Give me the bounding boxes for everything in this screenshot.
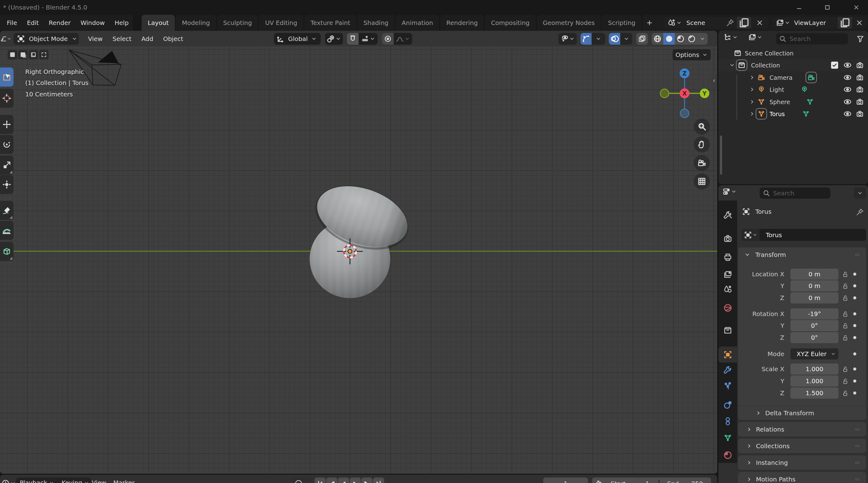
snap-settings[interactable] <box>359 33 378 45</box>
viewlayer-name[interactable]: ViewLayer <box>794 19 826 27</box>
transform-panel-header[interactable]: Transform <box>738 247 866 262</box>
menu-item[interactable]: Edit <box>22 19 44 27</box>
shading-settings[interactable] <box>697 33 708 45</box>
row-name[interactable]: Scene Collection <box>745 47 794 59</box>
animate-dot[interactable] <box>853 392 856 395</box>
menu-item[interactable]: Add <box>136 35 158 42</box>
menu-item[interactable]: Select <box>107 35 136 42</box>
outliner-row[interactable]: Sphere <box>718 96 868 108</box>
select-mode-new[interactable] <box>8 50 17 59</box>
lock-icon[interactable] <box>841 294 849 302</box>
auto-key-button[interactable] <box>292 478 312 483</box>
hide-eye-icon[interactable] <box>843 61 852 69</box>
gizmo-y-neg-axis[interactable] <box>660 89 669 98</box>
select-mode-extend[interactable] <box>18 50 28 59</box>
render-visibility-icon[interactable] <box>856 85 864 94</box>
timeline-editor-type[interactable] <box>1 479 16 483</box>
shading-wireframe[interactable] <box>652 33 663 45</box>
hide-eye-icon[interactable] <box>843 73 852 82</box>
proportional-falloff[interactable] <box>394 33 412 45</box>
snap-toggle[interactable] <box>347 33 359 45</box>
outliner-display-mode[interactable] <box>723 33 738 41</box>
workspace-tab[interactable]: Animation <box>396 15 439 31</box>
render-visibility-icon[interactable] <box>856 98 864 106</box>
play-reverse-button[interactable] <box>338 478 349 483</box>
lock-icon[interactable] <box>841 310 849 318</box>
tool-button[interactable] <box>0 175 13 194</box>
panel-drag-icon[interactable] <box>852 460 862 465</box>
properties-options-button[interactable] <box>854 188 866 199</box>
properties-pin-icon[interactable] <box>856 208 864 216</box>
pivot-dropdown[interactable] <box>325 33 343 45</box>
row-name[interactable]: Torus <box>770 108 785 120</box>
outliner-row[interactable]: Scene Collection <box>718 47 868 59</box>
properties-tab[interactable] <box>718 267 737 282</box>
animate-dot[interactable] <box>853 368 856 371</box>
id-name-field[interactable]: Torus <box>741 229 866 241</box>
properties-tab[interactable] <box>718 208 737 223</box>
close-button[interactable] <box>850 1 863 13</box>
collapsed-panel[interactable]: Collections <box>738 438 866 453</box>
menu-item[interactable]: Object <box>158 35 188 42</box>
maximize-button[interactable] <box>821 1 834 13</box>
properties-tab[interactable] <box>718 447 737 463</box>
render-visibility-icon[interactable] <box>856 61 864 69</box>
outliner-search-input[interactable]: Search <box>776 33 848 45</box>
add-workspace-button[interactable] <box>642 15 656 31</box>
render-visibility-icon[interactable] <box>856 110 864 118</box>
collapsed-panel[interactable]: Relations <box>738 422 866 436</box>
properties-tab[interactable] <box>718 300 737 315</box>
nav-button[interactable] <box>694 119 710 135</box>
panel-drag-icon[interactable] <box>852 477 862 482</box>
transform-value-field[interactable]: 0° <box>790 332 838 343</box>
workspace-tab[interactable]: Compositing <box>485 15 535 31</box>
properties-tab[interactable] <box>718 347 737 362</box>
hide-eye-icon[interactable] <box>843 85 852 94</box>
viewport-3d[interactable]: Right Orthographic(1) Collection | Torus… <box>0 47 717 474</box>
workspace-tab[interactable]: Texture Paint <box>304 15 356 31</box>
gizmo-z-neg-axis[interactable] <box>680 109 689 118</box>
transform-value-field[interactable]: 0 m <box>790 280 838 291</box>
transform-value-field[interactable]: 0 m <box>790 292 838 304</box>
properties-tab[interactable] <box>718 430 737 446</box>
animate-dot[interactable] <box>853 273 856 276</box>
orientation-dropdown[interactable]: Global <box>274 33 321 45</box>
lock-icon[interactable] <box>841 389 849 397</box>
row-expand-chevron[interactable] <box>749 98 755 105</box>
tool-button[interactable] <box>0 89 13 108</box>
properties-editor-type[interactable] <box>722 187 737 196</box>
render-visibility-icon[interactable] <box>856 73 864 82</box>
axis-gizmo[interactable]: Z X Y <box>658 67 711 119</box>
lock-icon[interactable] <box>841 322 849 329</box>
overlays-toggle[interactable] <box>609 33 620 45</box>
menu-item[interactable]: Render <box>44 19 75 27</box>
lock-icon[interactable] <box>841 334 849 341</box>
tool-button[interactable] <box>0 135 13 154</box>
transform-value-field[interactable]: 1.000 <box>790 375 838 387</box>
outliner-row[interactable]: Collection <box>718 59 868 71</box>
tool-button[interactable] <box>0 67 13 87</box>
jump-to-end-button[interactable] <box>373 478 384 483</box>
menu-item[interactable]: Help <box>110 19 133 27</box>
transform-value-field[interactable]: 0° <box>790 320 838 331</box>
collapsed-panel[interactable]: Motion Paths <box>738 472 866 483</box>
shading-solid[interactable] <box>663 33 675 45</box>
options-button[interactable]: Options <box>673 49 711 60</box>
properties-search-input[interactable]: Search <box>760 188 831 199</box>
lock-icon[interactable] <box>841 282 849 289</box>
timeline-menu[interactable]: View <box>92 479 106 483</box>
nav-button[interactable] <box>694 137 710 152</box>
viewlayer-icon[interactable] <box>776 19 784 27</box>
viewlayer-new-button[interactable] <box>838 17 852 29</box>
viewlayer-remove-icon[interactable] <box>855 19 864 27</box>
workspace-tab[interactable]: Modeling <box>176 15 216 31</box>
play-button[interactable] <box>350 478 361 483</box>
proportional-toggle[interactable] <box>382 33 394 45</box>
mode-animate-dot[interactable] <box>853 352 856 356</box>
menu-item[interactable]: File <box>2 19 22 27</box>
minimize-button[interactable] <box>793 1 805 13</box>
row-expand-chevron[interactable] <box>729 62 735 68</box>
outliner-row[interactable]: Light <box>718 83 868 95</box>
start-value[interactable]: 1 <box>646 480 649 483</box>
xray-toggle[interactable] <box>636 33 648 45</box>
